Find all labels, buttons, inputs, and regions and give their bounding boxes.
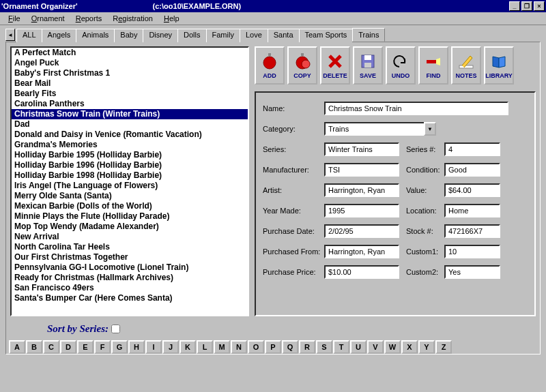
stock-input[interactable] bbox=[444, 224, 500, 238]
tab-trains[interactable]: Trains bbox=[352, 28, 385, 42]
tab-all[interactable]: ALL bbox=[16, 29, 42, 42]
close-button[interactable]: × bbox=[534, 1, 545, 11]
series-input[interactable] bbox=[324, 142, 399, 156]
alpha-z[interactable]: Z bbox=[435, 340, 452, 354]
alpha-u[interactable]: U bbox=[350, 340, 367, 354]
minimize-button[interactable]: _ bbox=[509, 1, 520, 11]
alpha-b[interactable]: B bbox=[26, 340, 42, 354]
menu-reports[interactable]: Reports bbox=[70, 13, 108, 24]
list-item[interactable]: Bear Mail bbox=[12, 78, 248, 89]
menu-registration[interactable]: Registration bbox=[107, 13, 158, 24]
list-item[interactable]: New Arrival bbox=[12, 232, 248, 242]
custom2-input[interactable] bbox=[444, 265, 500, 279]
alpha-y[interactable]: Y bbox=[418, 340, 435, 354]
list-item[interactable]: Angel Puck bbox=[12, 58, 248, 68]
tab-disney[interactable]: Disney bbox=[143, 29, 178, 42]
tab-santa[interactable]: Santa bbox=[268, 29, 300, 42]
alpha-d[interactable]: D bbox=[60, 340, 76, 354]
alpha-w[interactable]: W bbox=[384, 340, 401, 354]
list-item[interactable]: Grandma's Memories bbox=[12, 140, 248, 150]
alpha-l[interactable]: L bbox=[197, 340, 213, 354]
tab-love[interactable]: Love bbox=[240, 29, 268, 42]
ornament-list[interactable]: A Perfect MatchAngel PuckBaby's First Ch… bbox=[10, 46, 249, 316]
tab-scroll-left[interactable]: ◄ bbox=[5, 29, 15, 41]
list-item[interactable]: Minnie Plays the Flute (Holliday Parade) bbox=[12, 211, 248, 222]
tab-team-sports[interactable]: Team Sports bbox=[299, 29, 354, 42]
list-item[interactable]: Christmas Snow Train (Winter Trains) bbox=[12, 109, 248, 119]
alpha-a[interactable]: A bbox=[9, 340, 25, 354]
name-input[interactable] bbox=[324, 102, 508, 115]
list-item[interactable]: Donald and Daisy in Venice (Romantic Vac… bbox=[12, 130, 248, 140]
list-item[interactable]: North Carolina Tar Heels bbox=[12, 242, 248, 252]
list-item[interactable]: Mop Top Wendy (Madame Alexander) bbox=[12, 222, 248, 232]
category-input[interactable] bbox=[324, 122, 424, 136]
tab-baby[interactable]: Baby bbox=[114, 29, 143, 42]
list-item[interactable]: Bearly Fits bbox=[12, 89, 248, 99]
list-item[interactable]: Merry Olde Santa (Santa) bbox=[12, 191, 248, 201]
alpha-f[interactable]: F bbox=[94, 340, 111, 354]
save-button[interactable]: SAVE bbox=[353, 46, 383, 85]
library-button[interactable]: LIBRARY bbox=[484, 46, 514, 85]
location-input[interactable] bbox=[444, 204, 500, 217]
alpha-j[interactable]: J bbox=[162, 340, 179, 354]
delete-button[interactable]: DELETE bbox=[320, 46, 350, 85]
tab-angels[interactable]: Angels bbox=[42, 29, 77, 42]
alpha-n[interactable]: N bbox=[231, 340, 247, 354]
condition-input[interactable] bbox=[444, 163, 500, 177]
alpha-e[interactable]: E bbox=[77, 340, 94, 354]
add-button[interactable]: ADD bbox=[255, 46, 285, 85]
purchdate-input[interactable] bbox=[324, 224, 399, 238]
alpha-t[interactable]: T bbox=[333, 340, 349, 354]
custom1-input[interactable] bbox=[444, 245, 500, 258]
alpha-c[interactable]: C bbox=[43, 340, 59, 354]
alpha-v[interactable]: V bbox=[367, 340, 384, 354]
list-item[interactable]: Our First Christmas Together bbox=[12, 252, 248, 262]
tab-animals[interactable]: Animals bbox=[76, 29, 115, 42]
list-item[interactable]: Carolina Panthers bbox=[12, 99, 248, 109]
alpha-q[interactable]: Q bbox=[282, 340, 298, 354]
alpha-s[interactable]: S bbox=[316, 340, 332, 354]
list-item[interactable]: Baby's First Christmas 1 bbox=[12, 68, 248, 78]
tab-family[interactable]: Family bbox=[206, 29, 240, 42]
menu-file[interactable]: File bbox=[3, 13, 26, 24]
menu-ornament[interactable]: Ornament bbox=[26, 13, 70, 24]
artist-input[interactable] bbox=[324, 183, 399, 197]
manufacturer-input[interactable] bbox=[324, 163, 399, 177]
alpha-m[interactable]: M bbox=[214, 340, 230, 354]
find-button[interactable]: FIND bbox=[418, 46, 448, 85]
list-item[interactable]: Holliday Barbie 1995 (Holliday Barbie) bbox=[12, 150, 248, 160]
alpha-g[interactable]: G bbox=[111, 340, 128, 354]
alpha-k[interactable]: K bbox=[179, 340, 196, 354]
menu-help[interactable]: Help bbox=[158, 13, 185, 24]
list-item[interactable]: Holliday Barbie 1996 (Holliday Barbie) bbox=[12, 160, 248, 170]
purchfrom-input[interactable] bbox=[324, 245, 399, 258]
undo-button[interactable]: UNDO bbox=[386, 46, 416, 85]
list-item[interactable]: A Perfect Match bbox=[12, 48, 248, 58]
alpha-p[interactable]: P bbox=[265, 340, 281, 354]
sort-checkbox[interactable] bbox=[111, 325, 120, 333]
alpha-o[interactable]: O bbox=[248, 340, 264, 354]
purchprice-input[interactable] bbox=[324, 265, 399, 279]
list-item[interactable]: Iris Angel (The Language of Flowers) bbox=[12, 181, 248, 191]
alpha-i[interactable]: I bbox=[145, 340, 162, 354]
category-select[interactable]: ▼ bbox=[324, 122, 436, 136]
list-item[interactable]: Ready for Christmas (Hallmark Archives) bbox=[12, 273, 248, 283]
custom1-label: Custom1: bbox=[406, 247, 444, 256]
list-item[interactable]: Pennsylvania GG-I Locomotive (Lionel Tra… bbox=[12, 262, 248, 273]
seriesnum-input[interactable] bbox=[444, 142, 500, 156]
maximize-button[interactable]: ❐ bbox=[521, 1, 532, 11]
list-item[interactable]: San Francisco 49ers bbox=[12, 283, 248, 293]
chevron-down-icon[interactable]: ▼ bbox=[424, 122, 436, 136]
tab-dolls[interactable]: Dolls bbox=[177, 29, 206, 42]
notes-button[interactable]: NOTES bbox=[451, 46, 481, 85]
alpha-h[interactable]: H bbox=[128, 340, 145, 354]
list-item[interactable]: Holliday Barbie 1998 (Holliday Barbie) bbox=[12, 170, 248, 181]
list-item[interactable]: Dad bbox=[12, 119, 248, 130]
copy-button[interactable]: COPY bbox=[287, 46, 317, 85]
alpha-r[interactable]: R bbox=[299, 340, 315, 354]
list-item[interactable]: Mexican Barbie (Dolls of the World) bbox=[12, 201, 248, 211]
value-input[interactable] bbox=[444, 183, 500, 197]
alpha-x[interactable]: X bbox=[401, 340, 418, 354]
list-item[interactable]: Santa's Bumper Car (Here Comes Santa) bbox=[12, 293, 248, 303]
year-input[interactable] bbox=[324, 204, 399, 217]
